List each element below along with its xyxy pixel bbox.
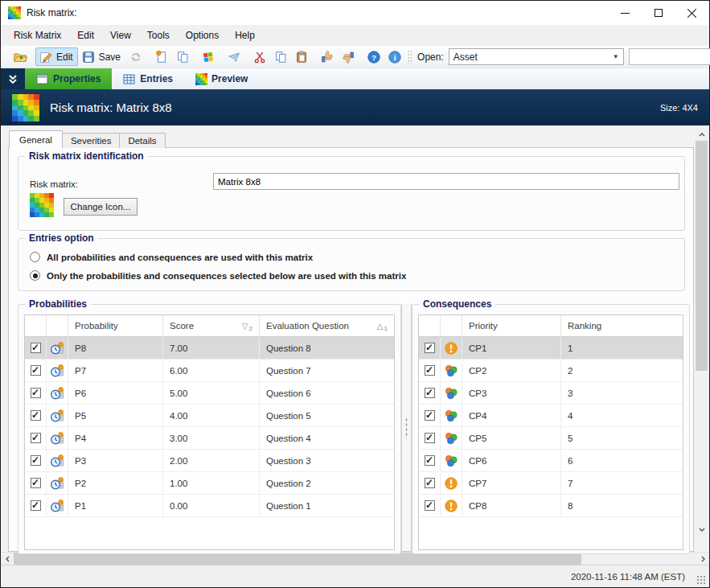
minimize-button[interactable]	[608, 1, 642, 25]
probability-row[interactable]: P3 2.00 Question 3	[25, 450, 394, 472]
checked-checkbox-icon[interactable]	[31, 455, 41, 466]
table-splitter[interactable]	[401, 304, 412, 551]
header-ranking[interactable]: Ranking	[561, 315, 683, 336]
tab-severities[interactable]: Severities	[62, 133, 121, 148]
checked-checkbox-icon[interactable]	[425, 343, 435, 353]
header-icon-column[interactable]	[47, 315, 68, 336]
consequence-row[interactable]: CP1 1	[419, 337, 683, 360]
menu-tools[interactable]: Tools	[139, 27, 178, 44]
probability-row[interactable]: P6 5.00 Question 6	[25, 382, 394, 405]
row-checkbox[interactable]	[25, 472, 47, 494]
header-priority[interactable]: Priority	[462, 315, 561, 336]
entries-option-2[interactable]: Only the probabilities and consequences …	[30, 270, 406, 281]
probability-row[interactable]: P2 1.00 Question 2	[25, 472, 394, 495]
tab-preview[interactable]: Preview	[184, 68, 259, 89]
row-checkbox[interactable]	[419, 427, 441, 449]
close-button[interactable]	[675, 1, 709, 25]
consequence-row[interactable]: CP8 8	[419, 495, 683, 517]
open-file-button[interactable]	[10, 47, 31, 66]
row-checkbox[interactable]	[419, 405, 441, 426]
consequence-row[interactable]: CP7 7	[419, 472, 683, 495]
duplicate-button[interactable]	[172, 47, 193, 66]
radio-button-icon[interactable]	[30, 252, 40, 262]
checked-checkbox-icon[interactable]	[31, 500, 41, 511]
entries-option-1[interactable]: All probabilities and consequences are u…	[30, 252, 313, 262]
tab-details[interactable]: Details	[119, 133, 165, 148]
checked-checkbox-icon[interactable]	[31, 365, 41, 376]
header-evaluation-question[interactable]: Evaluation Question△1	[260, 315, 394, 336]
row-checkbox[interactable]	[25, 337, 47, 359]
consequence-row[interactable]: CP4 4	[419, 405, 683, 427]
header-icon-column[interactable]	[441, 315, 462, 336]
scroll-right-button[interactable]	[696, 553, 709, 565]
menu-edit[interactable]: Edit	[69, 27, 102, 44]
scroll-left-button[interactable]	[1, 553, 14, 565]
vertical-scroll-thumb[interactable]	[696, 141, 708, 371]
risk-matrix-name-input[interactable]	[213, 173, 679, 190]
header-score[interactable]: Score▽2	[163, 315, 260, 336]
header-probability[interactable]: Probability	[68, 315, 163, 336]
header-checkbox-column[interactable]	[419, 315, 441, 336]
tab-general[interactable]: General	[9, 130, 63, 148]
windows-button[interactable]	[198, 47, 219, 66]
consequence-row[interactable]: CP2 2	[419, 360, 683, 382]
row-checkbox[interactable]	[25, 495, 47, 516]
info-button[interactable]: i	[384, 47, 405, 66]
checked-checkbox-icon[interactable]	[425, 410, 435, 421]
radio-button-icon[interactable]	[30, 270, 40, 281]
row-checkbox[interactable]	[419, 382, 441, 404]
menu-risk-matrix[interactable]: Risk Matrix	[6, 27, 69, 44]
probability-row[interactable]: P4 3.00 Question 4	[25, 427, 394, 450]
row-checkbox[interactable]	[25, 405, 47, 426]
row-checkbox[interactable]	[419, 337, 441, 359]
checked-checkbox-icon[interactable]	[31, 433, 41, 443]
checked-checkbox-icon[interactable]	[425, 365, 435, 376]
collapse-button[interactable]	[1, 68, 25, 89]
checked-checkbox-icon[interactable]	[31, 388, 41, 398]
row-checkbox[interactable]	[419, 450, 441, 471]
checked-checkbox-icon[interactable]	[425, 433, 435, 443]
open-type-combobox[interactable]: Asset ▼	[449, 48, 624, 65]
scroll-down-button[interactable]	[696, 523, 708, 536]
menu-view[interactable]: View	[102, 27, 139, 44]
checked-checkbox-icon[interactable]	[31, 410, 41, 421]
checked-checkbox-icon[interactable]	[425, 500, 435, 511]
help-button[interactable]: ?	[363, 47, 384, 66]
menu-help[interactable]: Help	[227, 27, 263, 44]
maximize-button[interactable]	[642, 1, 675, 25]
checked-checkbox-icon[interactable]	[425, 388, 435, 398]
copy-button[interactable]	[270, 47, 291, 66]
share-button[interactable]	[224, 47, 244, 66]
row-checkbox[interactable]	[25, 382, 47, 404]
thumbs-up-button[interactable]	[317, 47, 338, 66]
consequence-row[interactable]: CP6 6	[419, 450, 683, 472]
row-checkbox[interactable]	[419, 472, 441, 494]
menu-options[interactable]: Options	[178, 27, 227, 44]
checked-checkbox-icon[interactable]	[425, 478, 435, 488]
consequence-row[interactable]: CP5 5	[419, 427, 683, 450]
consequence-row[interactable]: CP3 3	[419, 382, 683, 405]
probability-row[interactable]: P8 7.00 Question 8	[25, 337, 394, 360]
new-item-button[interactable]	[151, 47, 172, 66]
probability-row[interactable]: P7 6.00 Question 7	[25, 360, 394, 382]
row-checkbox[interactable]	[25, 360, 47, 381]
change-icon-button[interactable]: Change Icon...	[64, 198, 137, 216]
row-checkbox[interactable]	[419, 495, 441, 516]
row-checkbox[interactable]	[419, 360, 441, 381]
header-checkbox-column[interactable]	[25, 315, 47, 336]
open-search-input[interactable]	[629, 48, 710, 65]
probability-row[interactable]: P1 0.00 Question 1	[25, 495, 394, 517]
vertical-scrollbar[interactable]	[696, 128, 708, 536]
scroll-up-button[interactable]	[696, 128, 708, 141]
row-checkbox[interactable]	[25, 450, 47, 471]
paste-button[interactable]	[291, 47, 312, 66]
row-checkbox[interactable]	[25, 427, 47, 449]
checked-checkbox-icon[interactable]	[425, 455, 435, 466]
cut-button[interactable]	[249, 47, 270, 66]
resize-grip[interactable]	[696, 575, 706, 585]
refresh-button[interactable]	[125, 47, 146, 66]
vertical-scroll-track[interactable]	[696, 371, 708, 523]
tab-properties[interactable]: Properties	[25, 68, 112, 89]
tab-entries[interactable]: Entries	[112, 68, 184, 89]
probability-row[interactable]: P5 4.00 Question 5	[25, 405, 394, 427]
